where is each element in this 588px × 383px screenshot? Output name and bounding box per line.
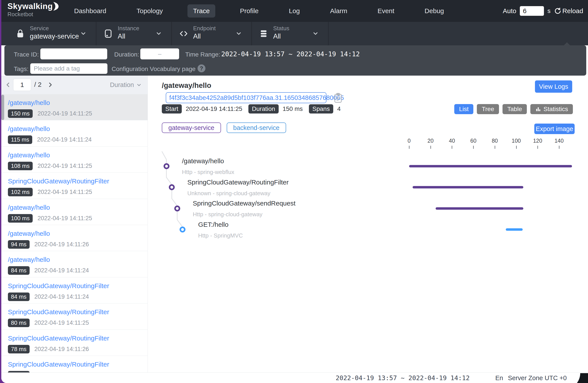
trace-item-title[interactable]: SpringCloudGateway/RoutingFilter (8, 335, 147, 342)
chevron-down-icon (312, 30, 319, 37)
trace-start-time: 2022-04-19 14:11:24 (37, 136, 92, 143)
trace-item-title[interactable]: /gateway/hello (8, 230, 147, 237)
trace-list-item[interactable]: /gateway/hello84 ms2022-04-19 14:11:24 (1, 251, 147, 277)
reload-button[interactable]: Reload (554, 7, 583, 15)
logo-title: Skywalking (7, 2, 53, 11)
trace-start-time: 2022-04-19 14:11:25 (34, 320, 89, 326)
trace-item-title[interactable]: SpringCloudGateway/RoutingFilter (8, 308, 147, 316)
trace-item-title[interactable]: /gateway/hello (8, 151, 147, 159)
axis-tick-mark (516, 146, 517, 149)
trace-list-item[interactable]: /gateway/hello108 ms2022-04-19 14:11:25 (1, 147, 147, 173)
span-node-dot[interactable] (174, 205, 180, 211)
span-component-label: Unknown - spring-cloud-gateway (188, 190, 271, 197)
trace-duration-badge: 100 ms (8, 214, 33, 222)
tags-input[interactable] (30, 63, 107, 74)
sort-dropdown[interactable]: Duration (110, 81, 142, 88)
trace-start-time: 2022-04-19 14:11:26 (34, 346, 89, 353)
nav-tab-debug[interactable]: Debug (419, 4, 450, 18)
chevron-down-icon (136, 82, 142, 88)
trace-list-item[interactable]: SpringCloudGateway/RoutingFilter84 ms202… (1, 277, 147, 303)
filter-separator (171, 22, 172, 45)
span-node-dot[interactable] (164, 163, 169, 169)
advanced-search-panel: Trace ID: Duration: Time Range: 2022-04-… (4, 45, 586, 76)
axis-tick-mark (430, 146, 431, 149)
status-filter-label: Status (273, 25, 289, 32)
chevron-down-icon (80, 30, 87, 37)
footer-time-range[interactable]: 2022-04-19 13:57 ~ 2022-04-19 14:12 (336, 374, 470, 382)
nav-tab-log[interactable]: Log (283, 4, 305, 18)
trace-item-title[interactable]: /gateway/hello (8, 99, 147, 106)
trace-item-title[interactable]: /gateway/hello (8, 256, 147, 263)
axis-tick-mark (473, 146, 474, 149)
trace-list-item[interactable]: /gateway/hello94 ms2022-04-19 14:11:26 (1, 225, 147, 251)
nav-tab-trace[interactable]: Trace (188, 4, 215, 18)
server-zone[interactable]: Server Zone UTC +0 (508, 374, 567, 382)
trace-item-title[interactable]: /gateway/hello (8, 204, 147, 211)
axis-tick-mark (559, 146, 560, 149)
span-name[interactable]: SpringCloudGateway/sendRequest (193, 200, 295, 207)
trace-start-time: 2022-04-19 14:11:25 (38, 189, 92, 195)
trace-id-input[interactable] (40, 48, 107, 59)
span-name[interactable]: GET:/hello (198, 221, 229, 228)
service-filter-label: Service (30, 25, 49, 32)
trace-item-title[interactable]: SpringCloudGateway/RoutingFilter (8, 178, 147, 185)
trace-duration-badge: 78 ms (8, 345, 30, 353)
trace-list-item[interactable]: /gateway/hello150 ms2022-04-19 14:11:25 (1, 94, 147, 120)
vocabulary-link[interactable]: Configuration Vocabulary page (112, 65, 196, 73)
page-prev-button[interactable] (5, 81, 11, 88)
time-range-label: Time Range: (185, 51, 220, 58)
trace-item-title[interactable]: SpringCloudGateway/RoutingFilter (8, 282, 147, 290)
logo[interactable]: Skywalking Rocketbot (7, 2, 59, 18)
trace-list-item[interactable]: SpringCloudGateway/RoutingFilter80 ms202… (1, 303, 147, 329)
skywalking-trace-page: Skywalking Rocketbot DashboardTopologyTr… (0, 0, 588, 383)
page-next-button[interactable] (47, 81, 54, 88)
endpoint-filter-dropdown[interactable]: EndpointAll (171, 22, 251, 45)
instance-filter-label: Instance (118, 25, 139, 32)
service-filter-value: gateway-service (30, 32, 79, 40)
page-number-input[interactable] (13, 79, 31, 91)
footer-bar: 2022-04-19 13:57 ~ 2022-04-19 14:12 En S… (1, 372, 588, 383)
trace-item-title[interactable]: SpringCloudGateway/RoutingFilter (8, 361, 147, 368)
nav-tab-profile[interactable]: Profile (234, 4, 264, 18)
axis-tick-mark (495, 146, 495, 149)
duration-filter-input[interactable] (140, 48, 179, 59)
trace-list-header: / 2 Duration (1, 76, 147, 94)
trace-list-item[interactable]: /gateway/hello100 ms2022-04-19 14:11:25 (1, 199, 147, 225)
span-duration-bar[interactable] (413, 186, 523, 188)
trace-duration-badge: 108 ms (8, 162, 33, 170)
status-filter-dropdown[interactable]: StatusAll (251, 22, 328, 45)
span-node-dot[interactable] (169, 184, 175, 190)
trace-item-title[interactable]: /gateway/hello (8, 125, 147, 133)
page-total: / 2 (34, 81, 42, 88)
nav-tab-event[interactable]: Event (372, 4, 400, 18)
span-duration-bar[interactable] (436, 207, 523, 210)
nav-tab-topology[interactable]: Topology (131, 4, 168, 18)
code-icon (179, 29, 189, 39)
trace-duration-badge: 115 ms (8, 135, 32, 144)
span-name[interactable]: /gateway/hello (182, 157, 224, 165)
help-icon[interactable]: ? (198, 64, 205, 72)
instance-filter-dropdown[interactable]: InstanceAll (96, 22, 171, 45)
list-scrollbar-thumb[interactable] (1, 95, 4, 120)
trace-list-item[interactable]: SpringCloudGateway/RoutingFilter102 ms20… (1, 173, 147, 199)
span-duration-bar[interactable] (506, 228, 523, 231)
trace-start-time: 2022-04-19 14:11:24 (34, 267, 89, 274)
chevron-down-icon (235, 30, 242, 37)
time-range-value[interactable]: 2022-04-19 13:57 ~ 2022-04-19 14:12 (221, 50, 360, 58)
nav-tab-dashboard[interactable]: Dashboard (68, 4, 112, 18)
language-switch[interactable]: En (495, 374, 503, 382)
axis-tick-label: 100 (507, 138, 525, 144)
axis-tick-label: 140 (550, 138, 568, 144)
trace-list: /gateway/hello150 ms2022-04-19 14:11:25/… (1, 94, 147, 383)
span-node-dot[interactable] (180, 226, 186, 232)
filter-separator (96, 22, 96, 45)
trace-start-time: 2022-04-19 14:11:25 (38, 162, 92, 169)
span-duration-bar[interactable] (409, 165, 572, 167)
trace-list-item[interactable]: /gateway/hello115 ms2022-04-19 14:11:24 (1, 120, 147, 146)
nav-tab-alarm[interactable]: Alarm (324, 4, 353, 18)
service-filter-dropdown[interactable]: Servicegateway-service (8, 22, 96, 45)
trace-list-item[interactable]: SpringCloudGateway/RoutingFilter78 ms202… (1, 330, 147, 356)
auto-refresh-interval-input[interactable] (520, 6, 544, 16)
span-name[interactable]: SpringCloudGateway/RoutingFilter (188, 179, 289, 186)
axis-tick-mark (409, 146, 410, 149)
